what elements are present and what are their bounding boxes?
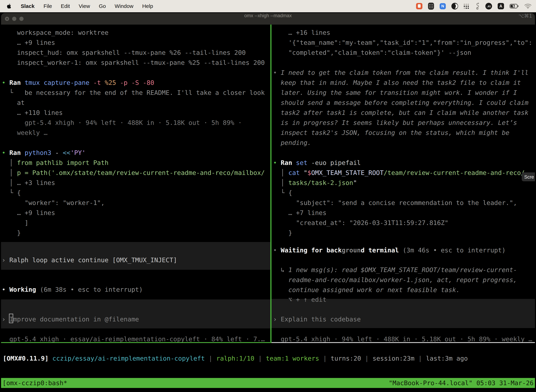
- ralph-loop-status: › Ralph loop active continue [OMX_TMUX_I…: [2, 255, 177, 265]
- model-status-line: gpt-5.4 xhigh · essay/ai-reimplementatio…: [2, 334, 265, 342]
- tmux-status-bar: [omx-cczip0:bash* "MacBook-Pro-44.local"…: [1, 378, 535, 388]
- screen-recording-icon[interactable]: [416, 3, 422, 9]
- agent-thought: • I need to get the claim token from the…: [273, 68, 528, 78]
- terminal-line: "subject": "send a concise recommendatio…: [273, 198, 517, 208]
- network-icon[interactable]: N: [440, 3, 446, 9]
- tmux-session-label: [omx-cczip0:bash*: [2, 378, 67, 388]
- terminal-line: … +9 lines: [2, 208, 55, 218]
- terminal-line: │ tasks/task-2.json": [273, 178, 357, 188]
- working-status: • Working (6m 38s • esc to interrupt): [2, 285, 143, 294]
- menu-item-window[interactable]: Window: [110, 3, 138, 9]
- terminal-line: … +9 lines: [2, 37, 55, 48]
- terminal-line: inspect task2's JSON, focusing on the st…: [273, 128, 509, 138]
- terminal-line: └ be necessary for the end of the README…: [2, 88, 265, 98]
- terminal-line: gpt-5.4 xhigh · 94% left · 488K in · 5.1…: [2, 118, 242, 128]
- terminal-line: keep that in mind. Maybe I also need the…: [273, 78, 521, 88]
- terminal-line: workspace_mode: worktree: [2, 28, 109, 37]
- terminal-line: task2 after task1 is complete, but can I…: [273, 108, 528, 118]
- battery-icon[interactable]: [510, 4, 519, 9]
- input-source-icon[interactable]: A: [498, 3, 504, 9]
- terminal-line: }: [2, 228, 21, 238]
- window-title-bar[interactable]: omx --xhigh --madmax ⌥⌘1: [1, 13, 535, 25]
- pane-border-bottom-right: [272, 342, 535, 343]
- terminal-line: … +16 lines: [273, 28, 330, 37]
- terminal-line: │ cat "$OMX_TEAM_STATE_ROOT/team/review-…: [273, 168, 525, 178]
- moon-icon[interactable]: [451, 3, 458, 9]
- active-app-menu[interactable]: Slack: [16, 3, 39, 9]
- terminal-window: omx --xhigh --madmax ⌥⌘1 workspace_mode:…: [1, 13, 535, 391]
- terminal-line: … +110 lines: [2, 108, 63, 118]
- pane-border-bottom-left: [1, 342, 270, 343]
- terminal-line: ↳ 1 new msg(s): read $OMX_TEAM_STATE_ROO…: [273, 265, 517, 275]
- terminal-line: ]: [2, 218, 29, 228]
- terminal-line: readme-and-reco/mailbox/worker-1.json, a…: [273, 275, 517, 285]
- pane-divider[interactable]: [270, 25, 272, 343]
- terminal-line: inspect_hud: omx sparkshell --tmux-pane …: [2, 48, 246, 58]
- menu-item-view[interactable]: View: [74, 3, 94, 9]
- terminal-line: should send a message before completing …: [273, 98, 528, 108]
- terminal-line: pending.: [273, 138, 311, 148]
- terminal-line: "created_at": "2026-03-31T11:59:27.816Z": [273, 218, 448, 228]
- prompt-input-text: › Explain this codebase: [273, 314, 361, 324]
- wifi-icon[interactable]: [524, 4, 531, 9]
- shield-dots: [431, 6, 431, 6]
- grid-shield-icon[interactable]: [428, 3, 434, 10]
- menu-bar-status-area: N ..61 A: [416, 3, 536, 10]
- terminal-pane-left[interactable]: workspace_mode: worktree … +9 lines insp…: [1, 25, 270, 342]
- tmux-host-clock: "MacBook-Pro-44.local" 05:03 31-Mar-26: [389, 378, 534, 388]
- prompt-input-text: › Improve documentation in @filename: [2, 314, 139, 324]
- waiting-status: • Waiting for background terminal (3m 46…: [273, 245, 506, 255]
- terminal-line: └ {: [273, 188, 292, 198]
- terminal-line: '{"team_name":"my-team","task_id":"1","f…: [273, 37, 532, 48]
- omx-status-bar: [OMX#0.11.9] cczip/essay/ai-reimplementa…: [3, 353, 534, 364]
- edit-hint: ⌥ + ↑ edit: [273, 294, 326, 304]
- terminal-line: └ {: [2, 188, 21, 198]
- menu-item-file[interactable]: File: [39, 3, 56, 9]
- terminal-line: at: [2, 98, 25, 108]
- terminal-line: │ p = Path('.omx/state/team/review-curre…: [2, 168, 265, 178]
- model-status-line: gpt-5.4 xhigh · 94% left · 488K in · 5.1…: [273, 334, 532, 342]
- menu-item-help[interactable]: Help: [138, 3, 158, 9]
- window-shortcut-hint: ⌥⌘1: [518, 13, 532, 25]
- menu-bar-left: Slack File Edit View Go Window Help: [0, 3, 157, 9]
- terminal-line: │ from pathlib import Path: [2, 158, 109, 168]
- apple-menu[interactable]: [5, 3, 16, 9]
- squiggle-icon[interactable]: [475, 3, 480, 10]
- terminal-line: }: [273, 228, 292, 238]
- terminal-line: later. Using the same for transition mig…: [273, 88, 517, 98]
- command-ran-set: • Ran set -euo pipefail: [273, 158, 361, 168]
- count-badge-icon[interactable]: ..61: [485, 3, 492, 9]
- terminal-line: weekly …: [2, 128, 48, 138]
- screen: { "menubar": { "app_name": "Slack", "ite…: [0, 0, 536, 392]
- terminal-line: is in progress? It seems likely but perh…: [273, 118, 517, 128]
- dots-grid-icon[interactable]: [464, 3, 469, 9]
- menu-item-edit[interactable]: Edit: [57, 3, 74, 9]
- omx-status-bar-text: [OMX#0.11.9] cczip/essay/ai-reimplementa…: [3, 353, 468, 363]
- window-title: omx --xhigh --madmax: [1, 13, 535, 25]
- terminal-line: continue assigned work or next feasible …: [273, 285, 460, 295]
- terminal-pane-right[interactable]: … +16 lines '{"team_name":"my-team","tas…: [272, 25, 535, 342]
- terminal-line: inspect_worker-1: omx sparkshell --tmux-…: [2, 58, 265, 68]
- menu-bar: Slack File Edit View Go Window Help N ..…: [0, 0, 536, 12]
- terminal-line: "completed","claim_token":"claim-token"}…: [273, 48, 471, 58]
- terminal-line: "worker": "worker-1",: [2, 198, 105, 208]
- apple-icon: [6, 3, 12, 9]
- menu-item-go[interactable]: Go: [94, 3, 110, 9]
- command-ran-tmux: • Ran tmux capture-pane -t %25 -p -S -80: [2, 78, 154, 88]
- screen-tooltip: Scre: [522, 173, 535, 181]
- terminal-line: … +7 lines: [273, 208, 326, 218]
- terminal-line: │ … +3 lines: [2, 178, 55, 188]
- command-ran-python3: • Ran python3 - <<'PY': [2, 148, 86, 158]
